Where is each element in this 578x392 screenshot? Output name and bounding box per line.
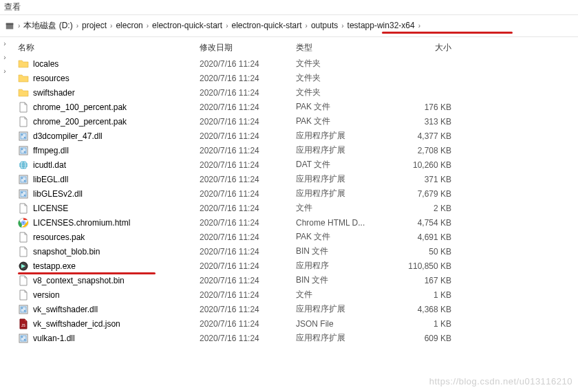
- breadcrumb-segment[interactable]: 本地磁盘 (D:): [21, 17, 74, 35]
- header-size[interactable]: 大小: [399, 42, 468, 54]
- file-name: testapp.exe: [33, 261, 76, 271]
- breadcrumb-segment[interactable]: electron-quick-start: [229, 17, 303, 34]
- cell-size: 4,754 KB: [399, 218, 468, 228]
- cell-type: 文件夹: [296, 72, 399, 84]
- file-row[interactable]: version2020/7/16 11:24文件1 KB: [14, 287, 578, 302]
- annotation-underline: [382, 32, 513, 34]
- cell-name: LICENSE: [14, 203, 200, 214]
- file-row[interactable]: locales2020/7/16 11:24文件夹: [14, 56, 578, 71]
- header-name[interactable]: 名称: [14, 42, 200, 54]
- cell-name: chrome_200_percent.pak: [14, 116, 200, 127]
- file-icon: [18, 246, 29, 257]
- cell-name: libGLESv2.dll: [14, 188, 200, 199]
- cell-date: 2020/7/16 11:24: [200, 160, 296, 170]
- file-row[interactable]: d3dcompiler_47.dll2020/7/16 11:24应用程序扩展4…: [14, 129, 578, 143]
- cell-size: 371 KB: [399, 175, 468, 184]
- cell-type: 应用程序扩展: [296, 332, 399, 344]
- chevron-right-icon: ›: [75, 22, 80, 30]
- file-row[interactable]: v8_context_snapshot.bin2020/7/16 11:24BI…: [14, 273, 578, 287]
- file-row[interactable]: vk_swiftshader_icd.json2020/7/16 11:24JS…: [14, 316, 578, 331]
- file-row[interactable]: libEGL.dll2020/7/16 11:24应用程序扩展371 KB: [14, 172, 578, 186]
- cell-type: PAK 文件: [296, 231, 399, 243]
- cell-size: 609 KB: [399, 334, 468, 343]
- cell-size: 167 KB: [399, 276, 468, 285]
- cell-name: vk_swiftshader_icd.json: [14, 318, 200, 329]
- cell-size: 10,260 KB: [399, 160, 468, 170]
- file-row[interactable]: vk_swiftshader.dll2020/7/16 11:24应用程序扩展4…: [14, 302, 578, 316]
- cell-name: testapp.exe: [14, 261, 200, 272]
- chevron-right-icon: ›: [340, 22, 345, 30]
- breadcrumb-segment[interactable]: outputs: [309, 17, 340, 34]
- cell-size: 2,708 KB: [399, 146, 468, 155]
- file-name: d3dcompiler_47.dll: [33, 131, 103, 141]
- cell-name: locales: [14, 58, 200, 69]
- file-row[interactable]: ffmpeg.dll2020/7/16 11:24应用程序扩展2,708 KB: [14, 143, 578, 157]
- file-row[interactable]: LICENSE2020/7/16 11:24文件2 KB: [14, 201, 578, 215]
- dll-icon: [18, 333, 29, 344]
- cell-type: 应用程序扩展: [296, 303, 399, 315]
- folder-icon: [18, 87, 29, 98]
- header-date[interactable]: 修改日期: [200, 42, 296, 54]
- file-icon: [18, 203, 29, 214]
- breadcrumb-segment[interactable]: project: [80, 17, 109, 34]
- tree-caret-icon[interactable]: ›: [0, 65, 10, 78]
- file-row[interactable]: LICENSES.chromium.html2020/7/16 11:24Chr…: [14, 215, 578, 230]
- cell-size: 4,691 KB: [399, 232, 468, 242]
- cell-name: swiftshader: [14, 87, 200, 98]
- svg-rect-1: [6, 23, 14, 25]
- cell-date: 2020/7/16 11:24: [200, 131, 296, 141]
- breadcrumb-root-icon[interactable]: [3, 17, 17, 35]
- file-row[interactable]: chrome_200_percent.pak2020/7/16 11:24PAK…: [14, 114, 578, 129]
- cell-date: 2020/7/16 11:24: [200, 305, 296, 314]
- json-icon: [18, 318, 29, 329]
- cell-type: 应用程序扩展: [296, 188, 399, 199]
- chevron-right-icon: ›: [224, 22, 229, 30]
- tree-caret-icon[interactable]: ›: [0, 37, 10, 51]
- breadcrumb[interactable]: › 本地磁盘 (D:)›project›elecron›electron-qui…: [0, 15, 578, 37]
- breadcrumb-segment[interactable]: elecron: [114, 17, 144, 34]
- chrome-icon: [18, 217, 29, 228]
- cell-size: 176 KB: [399, 102, 468, 112]
- file-row[interactable]: testapp.exe2020/7/16 11:24应用程序110,850 KB: [14, 259, 578, 273]
- cell-name: resources: [14, 73, 200, 84]
- file-icon: [18, 116, 29, 127]
- file-row[interactable]: chrome_100_percent.pak2020/7/16 11:24PAK…: [14, 100, 578, 114]
- file-row[interactable]: snapshot_blob.bin2020/7/16 11:24BIN 文件50…: [14, 244, 578, 259]
- column-headers[interactable]: 名称 修改日期 类型 大小: [14, 39, 578, 56]
- header-type[interactable]: 类型: [296, 42, 399, 54]
- tree-caret-icon[interactable]: ›: [0, 51, 10, 65]
- file-row[interactable]: vulkan-1.dll2020/7/16 11:24应用程序扩展609 KB: [14, 331, 578, 345]
- file-row[interactable]: icudtl.dat2020/7/16 11:24DAT 文件10,260 KB: [14, 157, 578, 172]
- cell-date: 2020/7/16 11:24: [200, 218, 296, 228]
- file-name: snapshot_blob.bin: [33, 247, 100, 257]
- cell-name: libEGL.dll: [14, 174, 200, 185]
- dll-icon: [18, 145, 29, 156]
- cell-size: 313 KB: [399, 117, 468, 127]
- cell-size: 2 KB: [399, 204, 468, 213]
- dll-icon: [18, 188, 29, 199]
- cell-date: 2020/7/16 11:24: [200, 232, 296, 242]
- menu-view[interactable]: 查看: [4, 2, 21, 12]
- file-name: chrome_100_percent.pak: [33, 102, 127, 112]
- cell-type: PAK 文件: [296, 101, 399, 113]
- dll-icon: [18, 174, 29, 185]
- chevron-right-icon: ›: [417, 22, 422, 30]
- cell-type: 应用程序扩展: [296, 144, 399, 156]
- cell-type: 文件夹: [296, 87, 399, 98]
- file-row[interactable]: libGLESv2.dll2020/7/16 11:24应用程序扩展7,679 …: [14, 186, 578, 201]
- breadcrumb-segment[interactable]: electron-quick-start: [150, 17, 224, 34]
- chevron-right-icon: ›: [109, 22, 114, 30]
- cell-date: 2020/7/16 11:24: [200, 102, 296, 112]
- file-row[interactable]: resources.pak2020/7/16 11:24PAK 文件4,691 …: [14, 230, 578, 244]
- cell-date: 2020/7/16 11:24: [200, 319, 296, 329]
- cell-date: 2020/7/16 11:24: [200, 146, 296, 155]
- file-row[interactable]: swiftshader2020/7/16 11:24文件夹: [14, 85, 578, 100]
- file-name: resources: [33, 74, 69, 83]
- cell-type: 应用程序扩展: [296, 130, 399, 142]
- file-row[interactable]: resources2020/7/16 11:24文件夹: [14, 71, 578, 85]
- cell-size: 1 KB: [399, 290, 468, 300]
- file-name: LICENSES.chromium.html: [33, 218, 130, 228]
- cell-type: 文件夹: [296, 58, 399, 69]
- cell-name: d3dcompiler_47.dll: [14, 131, 200, 142]
- cell-type: PAK 文件: [296, 116, 399, 127]
